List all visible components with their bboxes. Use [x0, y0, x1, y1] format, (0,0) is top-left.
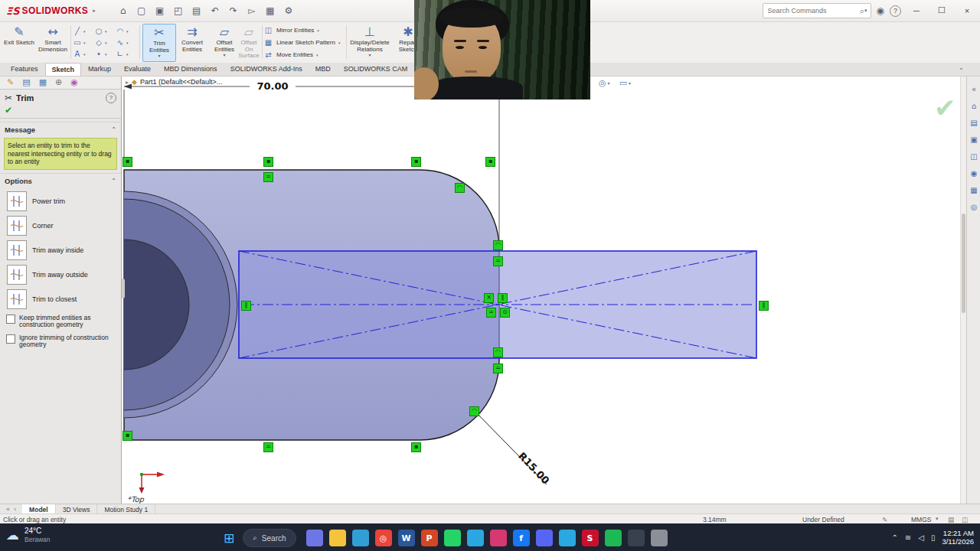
tab-mbd[interactable]: MBD [309, 63, 337, 76]
pm-help-icon[interactable]: ? [106, 93, 116, 103]
move-entities-button[interactable]: ⇄ Move Entities ▾ [263, 50, 340, 60]
constraint-marker[interactable]: ▪ [122, 157, 132, 167]
home-icon[interactable]: ⌂ [116, 3, 131, 18]
tray-volume-icon[interactable]: ◁ [918, 533, 924, 542]
constraint-marker[interactable]: ▪ [122, 431, 132, 441]
constraint-marker[interactable]: ◠ [493, 240, 503, 250]
trim-to-closest-option[interactable]: Trim to closest [7, 289, 114, 309]
pm-tab-dimxpert-icon[interactable]: ⊕ [55, 77, 62, 89]
trim-away-outside-option[interactable]: Trim away outside [7, 265, 114, 285]
tab-markup[interactable]: Markup [82, 63, 117, 76]
collapse-chevron-icon[interactable]: ⌃ [111, 126, 116, 133]
start-button[interactable]: ⊞ [220, 530, 237, 546]
tray-wifi-icon[interactable]: ≋ [905, 533, 911, 542]
constraint-marker[interactable]: ▪ [485, 157, 495, 167]
tray-chevron-icon[interactable]: ⌃ [891, 533, 897, 542]
close-button[interactable]: × [957, 2, 977, 19]
constraint-marker[interactable]: ⊙ [500, 308, 510, 318]
taskbar-vscode[interactable] [559, 530, 576, 546]
scrollbar-thumb[interactable] [962, 214, 965, 313]
exit-sketch-button[interactable]: ✎ Exit Sketch [3, 24, 35, 60]
ignore-trimming-checkbox[interactable]: Ignore trimming of construction geometry [6, 334, 115, 349]
taskbar-solidworks[interactable]: S [582, 530, 599, 546]
user-account-icon[interactable]: ◉ [877, 5, 884, 16]
task-pane-resources-icon[interactable]: ⌂ [972, 102, 976, 110]
edit-sketch-icon[interactable]: ✎ [882, 516, 887, 523]
constraint-marker[interactable]: ◠ [455, 183, 465, 193]
constraint-marker[interactable]: ▪ [411, 442, 421, 452]
part-tree-label[interactable]: Part1 (Default<<Default>... [140, 78, 222, 86]
trim-entities-button[interactable]: ✂ Trim Entities ▾ [142, 24, 176, 62]
command-search-input[interactable] [766, 6, 860, 15]
options-gear-icon[interactable]: ⚙ [281, 3, 296, 18]
graphics-area[interactable]: 70.00 R15.00 *Top [121, 76, 960, 504]
task-pane-view-palette-icon[interactable]: ◫ [970, 152, 977, 161]
open-document-icon[interactable]: ▣ [152, 3, 168, 18]
undo-icon[interactable]: ↶ [207, 3, 223, 18]
pm-tab-tables-icon[interactable]: ▤ [22, 77, 30, 89]
checkbox[interactable] [6, 334, 15, 344]
constraint-marker[interactable]: ▪ [411, 157, 421, 167]
keep-trimmed-entities-checkbox[interactable]: Keep trimmed entities as construction ge… [6, 315, 115, 329]
pm-tab-appearance-icon[interactable]: ◉ [70, 77, 78, 89]
ribbon-collapse-icon[interactable]: ⌃ [959, 65, 972, 74]
mirror-entities-button[interactable]: ◫ Mirror Entities ▾ [263, 25, 340, 35]
convert-entities-button[interactable]: ⇉ Convert Entities [176, 24, 208, 60]
pm-tab-sketch-icon[interactable]: ✎ [7, 77, 14, 89]
status-tag-icon[interactable]: ▤ [948, 516, 954, 523]
task-pane-collapse-icon[interactable]: « [972, 85, 976, 93]
units-caret-icon[interactable]: ▾ [936, 516, 939, 522]
tab-features[interactable]: Features [5, 63, 44, 76]
display-delete-relations-button[interactable]: ⊥ Display/Delete Relations ▾ [349, 24, 390, 60]
tab-solidworks-add-ins[interactable]: SOLIDWORKS Add-Ins [224, 63, 309, 76]
maximize-button[interactable]: ☐ [932, 2, 952, 19]
taskbar-instagram[interactable] [490, 530, 507, 546]
hud-hide-show-icon[interactable]: ▭▾ [619, 78, 631, 88]
constraint-marker[interactable]: ∥ [498, 293, 508, 303]
minimize-button[interactable]: ─ [906, 2, 926, 19]
constraint-marker[interactable]: ▪ [263, 157, 273, 167]
message-section-header[interactable]: Message⌃ [0, 122, 121, 135]
print-icon[interactable]: ▤ [189, 3, 204, 18]
arc-tool-icon[interactable]: ◠▾ [115, 25, 136, 37]
linear-sketch-pattern-button[interactable]: ▦ Linear Sketch Pattern ▾ [263, 37, 340, 47]
taskbar-clock[interactable]: 12:21 AM 3/11/2026 [942, 529, 974, 546]
taskbar-word[interactable]: W [398, 530, 415, 546]
weather-widget[interactable]: ☁ 24°C Berawan [6, 527, 51, 543]
task-pane-custom-properties-icon[interactable]: ▦ [970, 186, 977, 194]
command-search-box[interactable]: ⌕ ▾ [763, 3, 871, 18]
taskbar-facebook[interactable]: f [513, 530, 530, 546]
file-menu-caret-icon[interactable]: ▸ [93, 8, 96, 14]
taskbar-discord[interactable] [536, 530, 553, 546]
collapse-chevron-icon[interactable]: ⌃ [111, 178, 116, 184]
constraint-marker[interactable]: ∥ [759, 301, 769, 311]
task-pane-forum-icon[interactable]: ◎ [971, 203, 978, 211]
constraint-marker[interactable]: ◠ [493, 347, 503, 357]
task-pane-file-explorer-icon[interactable]: ▣ [970, 135, 977, 144]
polygon-tool-icon[interactable]: ◇▾ [93, 37, 115, 48]
rectangle-tool-icon[interactable]: ▭▾ [72, 37, 93, 48]
text-tool-icon[interactable]: A▾ [72, 48, 93, 60]
taskbar-edge[interactable] [352, 530, 369, 546]
constraint-marker[interactable]: = [263, 442, 273, 452]
constraint-marker[interactable]: ◠ [469, 406, 479, 416]
spline-tool-icon[interactable]: ∿▾ [115, 37, 136, 48]
select-icon[interactable]: ▻ [244, 3, 260, 18]
checkbox[interactable] [6, 315, 15, 324]
save-icon[interactable]: ◰ [171, 3, 186, 18]
taskbar-spotify[interactable] [605, 530, 622, 546]
status-panel-icon[interactable]: ◫ [962, 516, 968, 523]
taskbar-search[interactable]: ⌕ Search [243, 529, 296, 547]
trim-away-inside-option[interactable]: Trim away inside [7, 240, 114, 260]
constraint-marker[interactable]: × [484, 293, 494, 303]
pm-tab-tree-icon[interactable]: ▦ [39, 77, 47, 89]
help-icon[interactable]: ? [890, 5, 901, 17]
tab-sketch[interactable]: Sketch [45, 63, 82, 76]
tray-battery-icon[interactable]: ▯ [931, 533, 936, 542]
taskbar-chrome[interactable]: ◎ [375, 530, 392, 546]
tree-expand-icon[interactable]: ▸ [126, 79, 129, 86]
constraint-marker[interactable]: = [486, 308, 496, 318]
tab-mbd-dimensions[interactable]: MBD Dimensions [158, 63, 224, 76]
taskbar-app-widgets[interactable] [306, 530, 323, 546]
search-caret-icon[interactable]: ▾ [864, 8, 867, 14]
